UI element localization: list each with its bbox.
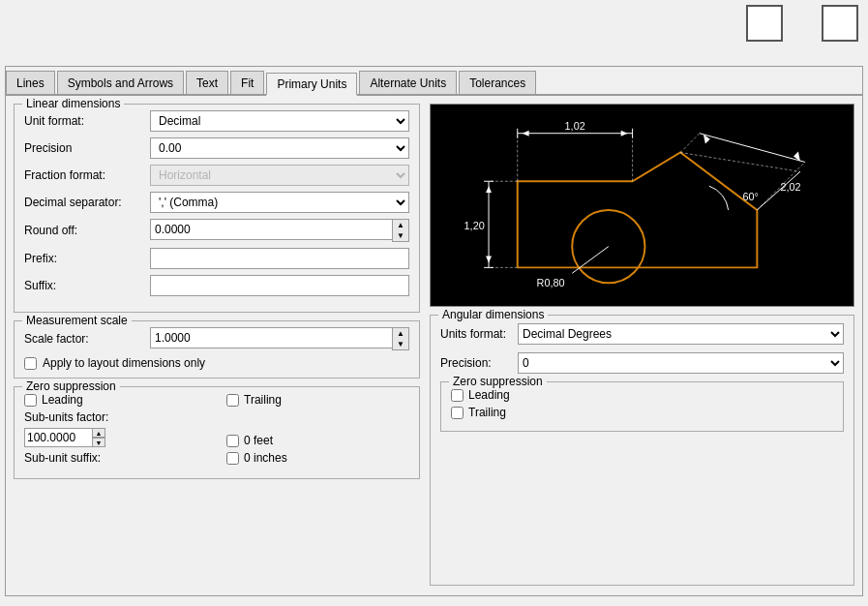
zero-suppression-label: Zero suppression — [22, 379, 120, 393]
angular-dimensions-label: Angular dimensions — [438, 308, 548, 321]
svg-text:1,20: 1,20 — [464, 220, 485, 231]
tab-symbols-arrows[interactable]: Symbols and Arrows — [57, 71, 184, 94]
angular-trailing-label: Trailing — [468, 406, 506, 419]
angular-dimensions-group: Angular dimensions Units format: Decimal… — [430, 315, 854, 586]
angular-leading-row: Leading — [451, 388, 833, 402]
sub-units-factor-label: Sub-units factor: — [24, 410, 121, 424]
fraction-format-label: Fraction format: — [24, 168, 150, 182]
tab-tolerances[interactable]: Tolerances — [459, 71, 536, 94]
zero-suppression-group: Zero suppression Leading Sub-units facto… — [14, 386, 420, 479]
angular-units-row: Units format: Decimal Degrees Degrees Mi… — [440, 323, 844, 345]
tab-bar: Lines Symbols and Arrows Text Fit Primar… — [6, 67, 862, 96]
top-corner-boxes — [746, 5, 858, 42]
angular-precision-label: Precision: — [440, 356, 518, 370]
svg-marker-16 — [486, 256, 492, 262]
round-off-up[interactable]: ▲ — [393, 220, 408, 230]
round-off-row: Round off: 0.0000 ▲ ▼ — [24, 219, 409, 242]
fraction-format-row: Fraction format: Horizontal Diagonal Not… — [24, 165, 409, 186]
svg-line-26 — [572, 247, 609, 274]
scale-factor-label: Scale factor: — [24, 332, 150, 346]
scale-factor-down[interactable]: ▼ — [393, 339, 408, 349]
decimal-sep-select[interactable]: ',' (Comma) '.' (Period) — [150, 192, 409, 213]
dimension-preview: 1,02 1,20 2,02 — [430, 104, 854, 307]
angular-trailing-checkbox[interactable] — [451, 407, 464, 419]
svg-line-18 — [680, 153, 800, 172]
svg-text:R0,80: R0,80 — [537, 277, 565, 288]
scale-factor-up[interactable]: ▲ — [393, 328, 408, 339]
svg-line-20 — [680, 134, 700, 153]
decimal-sep-row: Decimal separator: ',' (Comma) '.' (Peri… — [24, 192, 409, 213]
leading-row: Leading — [24, 393, 207, 407]
angular-zs-label: Zero suppression — [449, 375, 547, 388]
leading-checkbox[interactable] — [24, 394, 37, 407]
sub-units-input-row: ▲ ▼ — [24, 428, 207, 447]
scale-factor-spinner-buttons: ▲ ▼ — [392, 327, 409, 350]
round-off-spinner: 0.0000 ▲ ▼ — [150, 219, 409, 242]
tab-lines[interactable]: Lines — [6, 71, 55, 94]
svg-line-22 — [700, 134, 805, 163]
right-panel: 1,02 1,20 2,02 — [430, 104, 854, 586]
angular-precision-select[interactable]: 0 0.0 0.00 0.000 — [518, 352, 844, 374]
sub-units-input[interactable] — [24, 428, 92, 447]
angular-zero-suppression: Zero suppression Leading Trailing — [440, 381, 844, 432]
angular-units-select[interactable]: Decimal Degrees Degrees Minutes Seconds … — [518, 323, 844, 345]
svg-text:60°: 60° — [743, 191, 759, 202]
linear-dimensions-group: Linear dimensions Unit format: Decimal E… — [14, 104, 420, 313]
zero-suppression-columns: Leading Sub-units factor: ▲ — [24, 393, 409, 469]
apply-layout-label: Apply to layout dimensions only — [43, 356, 205, 370]
angular-leading-checkbox[interactable] — [451, 389, 464, 402]
measurement-scale-label: Measurement scale — [22, 314, 132, 327]
precision-select[interactable]: 0.00 0 0.0 0.000 — [150, 137, 409, 159]
svg-marker-8 — [621, 131, 628, 136]
precision-label: Precision — [24, 141, 150, 155]
angular-units-label: Units format: — [440, 327, 518, 341]
tab-text[interactable]: Text — [186, 71, 228, 94]
measurement-scale-group: Measurement scale Scale factor: ▲ ▼ Appl… — [14, 320, 420, 379]
svg-text:2,02: 2,02 — [780, 181, 800, 193]
zs-right-col: Trailing 0 feet 0 inches — [226, 393, 409, 469]
apply-layout-checkbox[interactable] — [24, 357, 37, 370]
svg-marker-7 — [523, 131, 529, 136]
suffix-input[interactable] — [150, 275, 409, 296]
scale-factor-input[interactable] — [150, 327, 392, 348]
inches-row: 0 inches — [226, 451, 409, 465]
trailing-row: Trailing — [226, 393, 409, 407]
corner-box-1 — [746, 5, 783, 42]
sub-units-down[interactable]: ▼ — [92, 438, 105, 447]
apply-layout-row: Apply to layout dimensions only — [24, 356, 409, 370]
round-off-input[interactable]: 0.0000 — [150, 219, 392, 240]
zs-left-col: Leading Sub-units factor: ▲ — [24, 393, 207, 469]
precision-row: Precision 0.00 0 0.0 0.000 — [24, 137, 409, 159]
suffix-label: Suffix: — [24, 279, 150, 292]
tab-content: Linear dimensions Unit format: Decimal E… — [6, 96, 862, 593]
svg-point-0 — [572, 210, 644, 283]
unit-format-select[interactable]: Decimal Engineering Architectural Fracti… — [150, 110, 409, 132]
angular-trailing-row: Trailing — [451, 406, 833, 419]
fraction-format-select[interactable]: Horizontal Diagonal Not Stacked — [150, 165, 409, 186]
angular-precision-row: Precision: 0 0.0 0.00 0.000 — [440, 352, 844, 374]
feet-row: 0 feet — [226, 434, 409, 447]
sub-unit-suffix-row: Sub-unit suffix: — [24, 451, 207, 465]
prefix-label: Prefix: — [24, 252, 150, 265]
sub-units-section: Sub-units factor: ▲ ▼ — [24, 410, 207, 465]
sub-units-factor-row: Sub-units factor: — [24, 410, 207, 424]
trailing-checkbox[interactable] — [226, 394, 239, 407]
sub-units-up[interactable]: ▲ — [92, 428, 105, 438]
sub-units-spinner: ▲ ▼ — [24, 428, 105, 447]
left-panel: Linear dimensions Unit format: Decimal E… — [14, 104, 420, 586]
svg-text:1,02: 1,02 — [565, 120, 585, 132]
inches-checkbox[interactable] — [226, 452, 239, 465]
sub-unit-suffix-label: Sub-unit suffix: — [24, 451, 121, 465]
feet-checkbox[interactable] — [226, 435, 239, 447]
prefix-input[interactable] — [150, 248, 409, 269]
leading-label: Leading — [42, 393, 83, 407]
tab-primary-units[interactable]: Primary Units — [266, 73, 357, 96]
tab-alternate-units[interactable]: Alternate Units — [359, 71, 457, 94]
sub-units-spinner-btns: ▲ ▼ — [92, 428, 105, 447]
scale-factor-spinner: ▲ ▼ — [150, 327, 409, 350]
round-off-down[interactable]: ▼ — [393, 230, 408, 241]
tab-fit[interactable]: Fit — [230, 71, 264, 94]
angular-leading-label: Leading — [468, 388, 510, 402]
inches-label: 0 inches — [244, 451, 287, 465]
preview-svg: 1,02 1,20 2,02 — [431, 105, 853, 306]
